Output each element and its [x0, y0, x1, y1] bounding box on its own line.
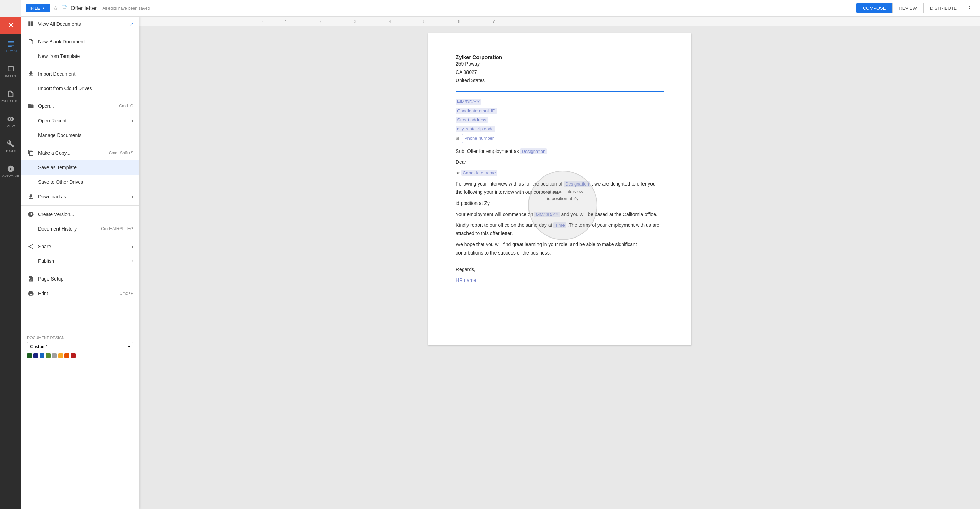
menu-item-share[interactable]: Share ›	[21, 239, 139, 254]
sidebar: ✕ FORMAT INSERT PAGE SETUP VIEW TOOLS AU…	[0, 17, 21, 509]
document-title[interactable]: Offer letter	[71, 5, 97, 11]
arrow-icon: ›	[132, 194, 134, 199]
designation-placeholder: Designation	[520, 148, 547, 154]
menu-item-save-template[interactable]: Save as Template...	[21, 160, 139, 175]
file-menu-button[interactable]: FILE ▲	[25, 4, 50, 13]
menu-item-new-blank[interactable]: New Blank Document	[21, 34, 139, 49]
menu-item-open-recent[interactable]: Open Recent ›	[21, 113, 139, 128]
menu-label-doc-history: Document History	[38, 226, 76, 231]
menu-item-manage-docs[interactable]: Manage Documents	[21, 128, 139, 142]
svg-text:1: 1	[285, 20, 287, 24]
menu-item-download-as[interactable]: Download as ›	[21, 189, 139, 204]
color-swatch-2[interactable]	[33, 353, 38, 358]
menu-label-page-setup: Page Setup	[38, 276, 64, 282]
address-line2: CA 98027	[456, 68, 663, 77]
company-name: Zylker Corporation	[456, 54, 663, 60]
new-doc-icon	[27, 38, 35, 45]
design-select-value: Custom*	[30, 344, 48, 349]
main-content: View All Documents ↗ New Blank Document …	[21, 17, 980, 509]
sidebar-item-format[interactable]: FORMAT	[0, 34, 21, 59]
menu-item-make-copy[interactable]: Make a Copy... Cmd+Shift+S	[21, 146, 139, 160]
menu-label-new-blank: New Blank Document	[38, 39, 85, 45]
phone-icon: ⊞	[456, 136, 459, 141]
sidebar-item-view[interactable]: VIEW	[0, 109, 21, 134]
color-swatch-1[interactable]	[27, 353, 32, 358]
menu-label-open: Open...	[38, 103, 54, 109]
grid-icon	[27, 20, 35, 28]
menu-item-create-version[interactable]: Create Version...	[21, 207, 139, 222]
menu-label-save-other: Save to Other Drives	[38, 179, 83, 185]
menu-item-page-setup[interactable]: Page Setup	[21, 271, 139, 286]
city-placeholder: city, state zip code	[456, 126, 495, 132]
svg-text:5: 5	[423, 20, 426, 24]
svg-text:2: 2	[320, 20, 321, 24]
color-swatch-8[interactable]	[71, 353, 76, 358]
date2-placeholder: MM/DD/YY	[535, 212, 560, 217]
design-select[interactable]: Custom* ▾	[27, 342, 134, 351]
phone-placeholder: Phone number	[462, 134, 496, 143]
subject-line: Sub: Offer for employment as Designation	[456, 148, 663, 154]
address-line3: United States	[456, 77, 663, 85]
tab-distribute[interactable]: DISTRIBUTE	[924, 3, 963, 13]
divider	[21, 97, 139, 97]
svg-text:6: 6	[458, 20, 460, 24]
color-swatch-3[interactable]	[40, 353, 45, 358]
menu-item-save-other[interactable]: Save to Other Drives	[21, 175, 139, 189]
horizontal-rule	[456, 91, 663, 91]
divider	[21, 65, 139, 65]
shortcut-open: Cmd+O	[119, 104, 134, 109]
para3: Your employment will commence on MM/DD/Y…	[456, 211, 663, 219]
candidate-placeholder: Candidate name	[461, 170, 497, 176]
page-setup-icon	[27, 275, 35, 282]
sidebar-item-automate[interactable]: AUTOMATE	[0, 159, 21, 184]
para4: Kindly report to our office on the same …	[456, 221, 663, 238]
topbar: FILE ▲ ☆ 📄 Offer letter All edits have b…	[21, 0, 980, 17]
sidebar-item-tools[interactable]: TOOLS	[0, 134, 21, 159]
regards: Regards,	[456, 266, 663, 274]
menu-item-print[interactable]: Print Cmd+P	[21, 286, 139, 301]
design-panel: DOCUMENT DESIGN Custom* ▾	[21, 332, 139, 362]
more-options-icon[interactable]: ⋮	[963, 4, 976, 13]
sidebar-item-page-setup[interactable]: PAGE SETUP	[0, 84, 21, 109]
menu-item-import-doc[interactable]: Import Document	[21, 67, 139, 81]
svg-text:0: 0	[261, 20, 262, 24]
tab-review[interactable]: REVIEW	[892, 3, 923, 13]
share-icon	[27, 243, 35, 251]
menu-label-download-as: Download as	[38, 194, 66, 199]
external-link-icon: ↗	[129, 21, 134, 27]
version-icon	[27, 211, 35, 218]
download-icon	[27, 193, 35, 200]
sidebar-item-insert[interactable]: INSERT	[0, 59, 21, 84]
shortcut-print: Cmd+P	[119, 291, 134, 296]
menu-item-publish[interactable]: Publish ›	[21, 254, 139, 268]
menu-item-open[interactable]: Open... Cmd+O	[21, 99, 139, 113]
menu-item-import-cloud[interactable]: Import from Cloud Drives	[21, 81, 139, 96]
svg-text:7: 7	[493, 20, 495, 24]
arrow-icon: ›	[132, 258, 134, 264]
save-status: All edits have been saved	[102, 6, 150, 11]
email-placeholder: Candidate email ID	[456, 108, 497, 114]
date-field: MM/DD/YY	[456, 98, 663, 106]
color-swatch-6[interactable]	[58, 353, 63, 358]
color-swatch-5[interactable]	[52, 353, 57, 358]
color-swatch-4[interactable]	[46, 353, 51, 358]
dear-line: Dear	[456, 158, 663, 166]
design-panel-label: DOCUMENT DESIGN	[27, 336, 134, 340]
menu-item-view-all[interactable]: View All Documents ↗	[21, 17, 139, 31]
menu-label-import-cloud: Import from Cloud Drives	[38, 86, 92, 91]
menu-label-make-copy: Make a Copy...	[38, 150, 70, 156]
para1: Following your interview with us for the…	[456, 180, 663, 196]
close-button[interactable]: ✕	[0, 17, 21, 34]
tab-group: COMPOSE REVIEW DISTRIBUTE ⋮	[856, 3, 976, 13]
svg-rect-0	[139, 17, 980, 26]
menu-item-new-template[interactable]: New from Template	[21, 49, 139, 64]
menu-label-create-version: Create Version...	[38, 212, 74, 217]
menu-item-doc-history[interactable]: Document History Cmd+Alt+Shift+G	[21, 222, 139, 236]
star-icon[interactable]: ☆	[52, 5, 58, 12]
menu-label-manage-docs: Manage Documents	[38, 132, 81, 138]
menu-label-save-template: Save as Template...	[38, 165, 81, 170]
copy-icon	[27, 149, 35, 157]
document-page: Zylker Corporation 259 Poway CA 98027 Un…	[428, 33, 691, 345]
tab-compose[interactable]: COMPOSE	[856, 3, 892, 13]
color-swatch-7[interactable]	[64, 353, 69, 358]
